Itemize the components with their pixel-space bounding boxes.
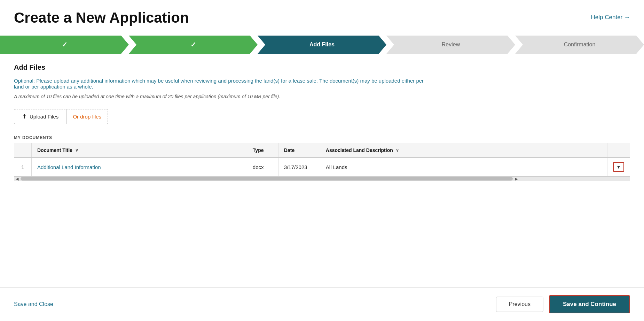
col-type-label: Type (253, 147, 264, 153)
my-documents-label: MY DOCUMENTS (14, 135, 630, 140)
upload-area: ⬆ Upload Files Or drop files (14, 109, 108, 124)
row-land: All Lands (320, 158, 607, 176)
help-center-link[interactable]: Help Center → (591, 14, 630, 21)
step-2-label: ✓ (190, 40, 196, 49)
table-scrollbar[interactable]: ◀ ▶ (14, 176, 630, 181)
step-2[interactable]: ✓ (129, 36, 258, 54)
footer: Save and Close Previous Save and Continu… (0, 287, 644, 321)
table-row: 1 Additional Land Information docx 3/17/… (14, 158, 630, 176)
col-header-type: Type (247, 143, 278, 158)
step-5-label: Confirmation (564, 41, 596, 48)
step-3[interactable]: Add Files (258, 36, 386, 54)
step-4[interactable]: Review (386, 36, 515, 54)
scrollbar-thumb[interactable] (21, 177, 513, 181)
row-dropdown-button[interactable]: ▼ (613, 162, 624, 172)
footer-right-actions: Previous Save and Continue (496, 295, 630, 313)
col-header-action (607, 143, 630, 158)
step-3-label: Add Files (309, 41, 335, 48)
document-title-link[interactable]: Additional Land Information (37, 164, 101, 170)
upload-files-button[interactable]: ⬆ Upload Files (14, 109, 66, 124)
row-date: 3/17/2023 (278, 158, 320, 176)
col-header-date: Date (278, 143, 320, 158)
save-and-close-button[interactable]: Save and Close (14, 301, 53, 307)
col-header-num (14, 143, 32, 158)
step-5[interactable]: Confirmation (515, 36, 644, 54)
my-documents-section: MY DOCUMENTS Document Title ∨ Type (14, 135, 630, 181)
col-header-title[interactable]: Document Title ∨ (32, 143, 247, 158)
scroll-left-icon[interactable]: ◀ (14, 177, 20, 181)
progress-bar: ✓ ✓ Add Files Review Confirmation (0, 36, 644, 54)
save-and-continue-button[interactable]: Save and Continue (549, 295, 630, 313)
row-action: ▼ (607, 158, 630, 176)
previous-button[interactable]: Previous (496, 297, 543, 312)
description-text: Optional: Please upload any additional i… (14, 78, 432, 90)
row-num: 1 (14, 158, 32, 176)
row-type: docx (247, 158, 278, 176)
upload-icon: ⬆ (22, 113, 27, 120)
col-title-label: Document Title (37, 147, 72, 153)
row-title: Additional Land Information (32, 158, 247, 176)
page-title: Create a New Application (14, 10, 189, 26)
col-date-label: Date (284, 147, 294, 153)
land-sort-icon: ∨ (396, 148, 399, 153)
scroll-right-icon[interactable]: ▶ (513, 177, 519, 181)
col-land-label: Associated Land Description (326, 147, 393, 153)
step-1[interactable]: ✓ (0, 36, 129, 54)
upload-btn-label: Upload Files (30, 114, 58, 120)
section-title: Add Files (14, 63, 630, 71)
step-1-label: ✓ (62, 40, 68, 49)
limit-text: A maximum of 10 files can be uploaded at… (14, 94, 630, 99)
step-4-label: Review (442, 41, 460, 48)
drop-files-text: Or drop files (66, 110, 108, 123)
title-sort-icon: ∨ (75, 148, 78, 153)
documents-table: Document Title ∨ Type Date Assoc (14, 143, 630, 176)
col-header-land[interactable]: Associated Land Description ∨ (320, 143, 607, 158)
